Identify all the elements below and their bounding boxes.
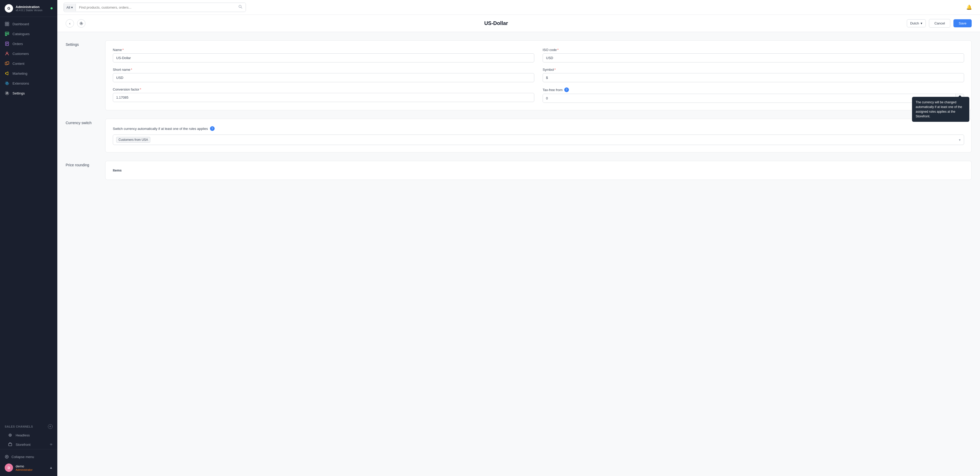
rules-chevron: ▾ bbox=[959, 138, 961, 142]
iso-field-group: ISO code * bbox=[542, 48, 964, 62]
sidebar-item-headless[interactable]: Headless bbox=[0, 430, 57, 440]
search-container: All ▾ bbox=[64, 3, 246, 12]
symbol-label: Symbol * bbox=[542, 68, 964, 71]
storefront-eye-icon: 👁 bbox=[50, 443, 52, 446]
short-name-input[interactable] bbox=[113, 73, 534, 82]
marketing-label: Marketing bbox=[13, 71, 27, 76]
add-sales-channel-btn[interactable]: + bbox=[48, 424, 52, 429]
svg-rect-1 bbox=[7, 22, 9, 24]
page-header: ‹ US-Dollar Dutch ▾ Cancel Save bbox=[57, 15, 980, 32]
symbol-input[interactable] bbox=[542, 73, 964, 82]
user-info: D demo Administrator ▲ bbox=[5, 461, 52, 473]
svg-rect-3 bbox=[7, 24, 9, 26]
language-chevron: ▾ bbox=[921, 21, 923, 25]
sidebar-item-storefront[interactable]: Storefront 👁 bbox=[0, 440, 57, 449]
customers-label: Customers bbox=[13, 52, 29, 56]
search-filter-label: All bbox=[67, 5, 70, 10]
settings-section: Settings Name * bbox=[66, 40, 972, 110]
svg-rect-0 bbox=[5, 22, 7, 24]
main-content: All ▾ 🔔 ‹ US-Dollar Dutch ▾ Cancel Save bbox=[57, 0, 980, 476]
items-label: Items bbox=[113, 168, 964, 172]
svg-point-11 bbox=[6, 52, 8, 54]
extensions-icon bbox=[5, 81, 10, 86]
sidebar-item-orders[interactable]: Orders bbox=[0, 39, 57, 49]
page-settings-button[interactable] bbox=[77, 19, 86, 28]
search-button[interactable] bbox=[235, 3, 246, 12]
sidebar-footer: Collapse menu D demo Administrator ▲ bbox=[0, 449, 57, 476]
notification-btn[interactable]: 🔔 bbox=[964, 3, 974, 12]
content-area: Settings Name * bbox=[57, 32, 980, 188]
user-name: demo bbox=[16, 464, 33, 468]
conversion-label: Conversion factor * bbox=[113, 87, 534, 91]
tax-free-input[interactable] bbox=[543, 94, 956, 103]
settings-form: Name * ISO code * bbox=[113, 48, 964, 103]
svg-line-21 bbox=[241, 7, 242, 8]
orders-label: Orders bbox=[13, 42, 23, 46]
sales-channels-header: Sales Channels + bbox=[0, 420, 57, 430]
collapse-menu-btn[interactable]: Collapse menu bbox=[5, 452, 52, 461]
sidebar: G Administration v6.4.8.1 Stable Version… bbox=[0, 0, 57, 476]
short-name-field-group: Short name * bbox=[113, 68, 534, 82]
search-filter-dropdown[interactable]: All ▾ bbox=[64, 4, 76, 11]
storefront-icon bbox=[8, 442, 13, 447]
tax-free-label: Tax-free from bbox=[542, 88, 563, 92]
tax-free-input-group: $ bbox=[542, 94, 964, 103]
search-filter-chevron: ▾ bbox=[71, 5, 73, 10]
sidebar-item-catalogues[interactable]: Catalogues bbox=[0, 29, 57, 39]
app-version: v6.4.8.1 Stable Version bbox=[16, 9, 43, 12]
settings-label: Settings bbox=[13, 91, 25, 95]
language-label: Dutch bbox=[910, 21, 919, 25]
customers-icon bbox=[5, 51, 10, 56]
dashboard-icon bbox=[5, 22, 10, 26]
iso-label: ISO code * bbox=[542, 48, 964, 52]
topbar: All ▾ 🔔 bbox=[57, 0, 980, 15]
currency-switch-section: Currency switch Switch currency automati… bbox=[66, 119, 972, 152]
main-nav: Dashboard Catalogues Orders Customers Co… bbox=[0, 17, 57, 420]
short-name-label: Short name * bbox=[113, 68, 534, 71]
svg-rect-13 bbox=[7, 62, 9, 64]
marketing-icon bbox=[5, 71, 10, 76]
app-title: Administration bbox=[16, 5, 43, 9]
sidebar-item-extensions[interactable]: Extensions bbox=[0, 78, 57, 88]
svg-point-16 bbox=[6, 93, 8, 94]
page-content: ‹ US-Dollar Dutch ▾ Cancel Save Settings bbox=[57, 15, 980, 476]
name-label: Name * bbox=[113, 48, 534, 52]
sidebar-item-marketing[interactable]: Marketing bbox=[0, 68, 57, 78]
avatar: D bbox=[5, 463, 13, 472]
save-button[interactable]: Save bbox=[953, 19, 972, 27]
price-rounding-label: Price rounding bbox=[66, 161, 97, 180]
name-input[interactable] bbox=[113, 53, 534, 62]
catalogues-label: Catalogues bbox=[13, 32, 30, 36]
language-selector[interactable]: Dutch ▾ bbox=[907, 19, 926, 27]
sidebar-item-settings[interactable]: Settings bbox=[0, 88, 57, 98]
settings-icon bbox=[5, 91, 10, 95]
conversion-input[interactable] bbox=[113, 93, 534, 102]
switch-description: Switch currency automatically if at leas… bbox=[113, 126, 964, 131]
svg-rect-6 bbox=[5, 35, 7, 36]
user-menu-toggle[interactable]: ▲ bbox=[49, 466, 52, 470]
search-input[interactable] bbox=[76, 4, 235, 11]
tax-free-help-icon[interactable]: ? bbox=[564, 87, 569, 92]
settings-card: Name * ISO code * bbox=[105, 40, 972, 110]
svg-rect-18 bbox=[9, 443, 12, 446]
sidebar-item-content[interactable]: Content bbox=[0, 59, 57, 68]
sidebar-item-dashboard[interactable]: Dashboard bbox=[0, 19, 57, 29]
currency-switch-label: Currency switch bbox=[66, 119, 97, 152]
sidebar-item-customers[interactable]: Customers bbox=[0, 49, 57, 59]
symbol-field-group: Symbol * bbox=[542, 68, 964, 82]
sidebar-logo: G Administration v6.4.8.1 Stable Version bbox=[0, 0, 57, 17]
settings-section-label: Settings bbox=[66, 40, 97, 110]
switch-help-icon[interactable]: ? bbox=[210, 126, 215, 131]
collapse-label: Collapse menu bbox=[11, 455, 34, 459]
online-indicator bbox=[51, 7, 52, 10]
headless-icon bbox=[8, 433, 13, 438]
iso-input[interactable] bbox=[542, 53, 964, 62]
content-label: Content bbox=[13, 62, 24, 66]
orders-icon bbox=[5, 41, 10, 46]
page-title: US-Dollar bbox=[89, 20, 904, 26]
rules-dropdown[interactable]: Customers from USA ▾ bbox=[113, 135, 964, 145]
dashboard-label: Dashboard bbox=[13, 22, 29, 26]
extensions-label: Extensions bbox=[13, 81, 29, 86]
back-button[interactable]: ‹ bbox=[66, 19, 74, 28]
cancel-button[interactable]: Cancel bbox=[929, 19, 950, 28]
